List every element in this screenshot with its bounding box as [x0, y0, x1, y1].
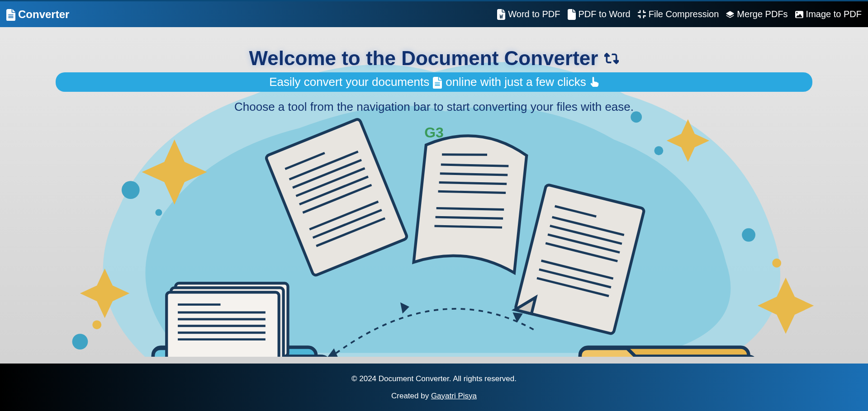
g3-badge: G3 [0, 124, 868, 141]
navbar: Converter Word to PDF PDF to Word File C… [0, 1, 868, 27]
nav-label: PDF to Word [579, 9, 631, 19]
hero-section: Welcome to the Document Converter Easily… [0, 27, 868, 357]
nav-label: Image to PDF [806, 9, 862, 19]
footer-copyright: © 2024 Document Converter. All rights re… [351, 374, 517, 383]
nav-image-to-pdf[interactable]: Image to PDF [795, 9, 862, 19]
subtitle-bar: Easily convert your documents online wit… [56, 72, 812, 92]
author-link[interactable]: Gayatri Pisya [431, 392, 477, 400]
nav-pdf-to-word[interactable]: PDF to Word [568, 9, 631, 19]
nav-label: Merge PDFs [737, 9, 787, 19]
subtitle-part1: Easily convert your documents [269, 75, 429, 89]
nav-label: Word to PDF [508, 9, 560, 19]
svg-rect-11 [166, 292, 279, 357]
instruction-text: Choose a tool from the navigation bar to… [0, 100, 868, 114]
file-word-icon [497, 10, 505, 19]
svg-point-0 [122, 181, 140, 199]
file-lines-icon [433, 77, 442, 88]
svg-point-7 [772, 259, 781, 268]
subtitle-part2: online with just a few clicks [446, 75, 586, 89]
nav-label: File Compression [649, 9, 719, 19]
nav-word-to-pdf[interactable]: Word to PDF [497, 9, 560, 19]
file-pdf-icon [568, 10, 576, 19]
nav-file-compression[interactable]: File Compression [638, 9, 719, 19]
brand-link[interactable]: Converter [6, 8, 69, 21]
footer-credit: Created by Gayatri Pisya [391, 392, 477, 401]
svg-point-3 [92, 320, 101, 329]
svg-point-2 [72, 334, 88, 350]
nav-merge-pdfs[interactable]: Merge PDFs [726, 9, 787, 19]
brand-text: Converter [18, 8, 69, 21]
title-wrap: Welcome to the Document Converter [0, 47, 868, 70]
hand-pointer-icon [590, 77, 599, 88]
image-icon [795, 10, 803, 19]
svg-point-1 [155, 209, 162, 216]
svg-point-6 [742, 228, 755, 242]
file-lines-icon [6, 9, 15, 20]
created-prefix: Created by [391, 392, 431, 400]
title-text: Welcome to the Document Converter [249, 47, 598, 70]
footer: © 2024 Document Converter. All rights re… [0, 364, 868, 411]
svg-point-5 [654, 146, 663, 155]
retweet-icon [604, 52, 619, 65]
compress-icon [638, 10, 646, 19]
page-title: Welcome to the Document Converter [249, 47, 619, 70]
nav-links: Word to PDF PDF to Word File Compression… [497, 9, 862, 19]
layers-icon [726, 10, 734, 19]
